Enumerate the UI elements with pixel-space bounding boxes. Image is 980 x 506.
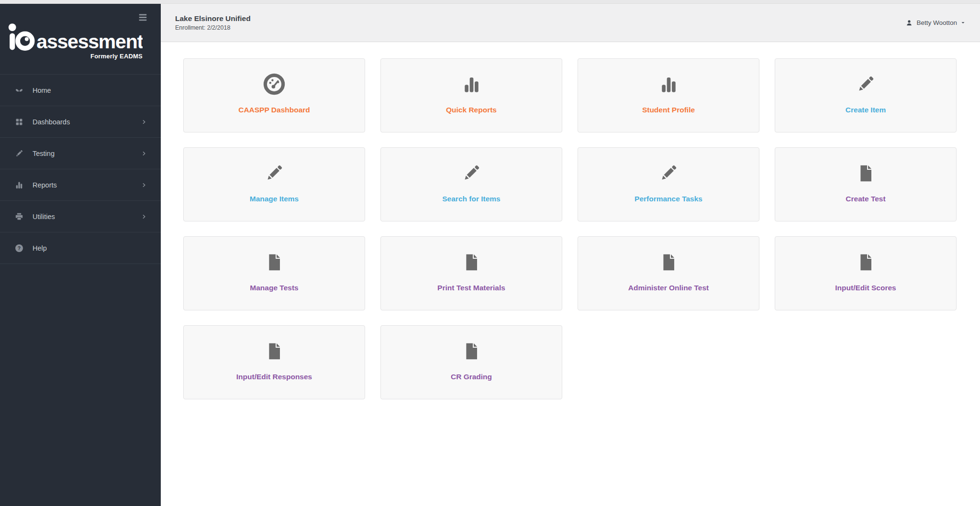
sidebar-item-label: Reports — [33, 181, 57, 189]
page-header: Lake Elsinore Unified Enrollment: 2/2/20… — [161, 4, 980, 42]
document-icon — [856, 161, 876, 185]
bar-chart-icon — [461, 72, 482, 96]
document-icon — [264, 250, 285, 274]
chevron-right-icon — [141, 119, 147, 125]
tiles-grid: CAASPP DashboardQuick ReportsStudent Pro… — [183, 58, 980, 399]
document-icon — [856, 250, 876, 274]
pencil-icon — [13, 149, 25, 158]
chevron-right-icon — [141, 182, 147, 188]
tile-label: Manage Items — [250, 195, 299, 203]
sidebar-item-home[interactable]: Home — [0, 74, 161, 106]
tile-manage-tests[interactable]: Manage Tests — [183, 236, 365, 310]
sidebar-item-dashboards[interactable]: Dashboards — [0, 106, 161, 137]
main-area: Lake Elsinore Unified Enrollment: 2/2/20… — [161, 4, 980, 506]
sidebar-item-label: Testing — [33, 150, 55, 157]
document-icon — [461, 339, 482, 363]
butterfly-icon — [13, 86, 25, 95]
bar-chart-icon — [13, 180, 25, 190]
grid-icon — [13, 117, 25, 127]
sidebar-item-label: Home — [33, 87, 51, 94]
tile-quick-reports[interactable]: Quick Reports — [380, 58, 562, 132]
tile-label: Student Profile — [642, 106, 695, 114]
tile-performance-tasks[interactable]: Performance Tasks — [578, 147, 759, 221]
sidebar-nav: HomeDashboardsTestingReportsUtilities?He… — [0, 74, 161, 264]
tile-search-for-items[interactable]: Search for Items — [380, 147, 562, 221]
tile-label: Manage Tests — [250, 284, 298, 292]
tile-cr-grading[interactable]: CR Grading — [380, 325, 562, 399]
sidebar-item-utilities[interactable]: Utilities — [0, 200, 161, 232]
tile-label: Search for Items — [442, 195, 500, 203]
tile-label: CR Grading — [451, 373, 492, 381]
printer-icon — [13, 212, 25, 221]
tile-label: CAASPP Dashboard — [238, 106, 310, 114]
tile-label: Performance Tasks — [635, 195, 702, 203]
app-window: assessment Formerly EADMS HomeDashboards… — [0, 4, 980, 506]
district-name: Lake Elsinore Unified — [175, 14, 251, 23]
tile-create-test[interactable]: Create Test — [775, 147, 957, 221]
pencil-icon — [657, 161, 679, 185]
user-name: Betty Wootton — [916, 19, 957, 26]
document-icon — [461, 250, 482, 274]
tile-create-item[interactable]: Create Item — [775, 58, 957, 132]
person-icon — [905, 19, 913, 27]
gauge-icon — [263, 72, 286, 96]
pencil-icon — [460, 161, 482, 185]
tile-administer-online-test[interactable]: Administer Online Test — [578, 236, 759, 310]
sidebar-item-label: Help — [33, 244, 47, 252]
tile-student-profile[interactable]: Student Profile — [578, 58, 759, 132]
chevron-right-icon — [141, 213, 147, 220]
logo-tagline: Formerly EADMS — [8, 53, 143, 60]
document-icon — [264, 339, 285, 363]
io-logo-mark: assessment — [8, 22, 143, 52]
chevron-right-icon — [141, 150, 147, 157]
logo-text: assessment — [36, 31, 143, 52]
sidebar-item-help[interactable]: ?Help — [0, 232, 161, 264]
sidebar-item-testing[interactable]: Testing — [0, 137, 161, 169]
tile-label: Input/Edit Scores — [835, 284, 896, 292]
content-area: CAASPP DashboardQuick ReportsStudent Pro… — [161, 42, 980, 506]
sidebar-item-label: Utilities — [33, 213, 55, 220]
hamburger-menu-icon[interactable] — [138, 13, 147, 22]
document-icon — [658, 250, 679, 274]
bar-chart-icon — [658, 72, 679, 96]
user-menu[interactable]: Betty Wootton — [905, 19, 966, 27]
tile-label: Create Test — [846, 195, 885, 203]
tile-label: Input/Edit Responses — [236, 373, 312, 381]
enrollment-label: Enrollment: 2/2/2018 — [175, 24, 251, 31]
tile-caaspp-dashboard[interactable]: CAASPP Dashboard — [183, 58, 365, 132]
caret-down-icon — [960, 20, 966, 25]
tile-print-test-materials[interactable]: Print Test Materials — [380, 236, 562, 310]
tile-input-edit-responses[interactable]: Input/Edit Responses — [183, 325, 365, 399]
tile-label: Create Item — [846, 106, 886, 114]
tile-label: Print Test Materials — [437, 284, 505, 292]
sidebar-item-reports[interactable]: Reports — [0, 169, 161, 200]
question-icon: ? — [13, 243, 25, 253]
tile-label: Administer Online Test — [628, 284, 709, 292]
sidebar: assessment Formerly EADMS HomeDashboards… — [0, 4, 161, 506]
app-logo: assessment Formerly EADMS — [0, 4, 144, 60]
tile-label: Quick Reports — [446, 106, 497, 114]
pencil-icon — [855, 72, 877, 96]
pencil-icon — [263, 161, 285, 185]
sidebar-item-label: Dashboards — [33, 118, 70, 126]
tile-manage-items[interactable]: Manage Items — [183, 147, 365, 221]
district-info: Lake Elsinore Unified Enrollment: 2/2/20… — [175, 14, 251, 31]
top-strip — [0, 0, 980, 4]
tile-input-edit-scores[interactable]: Input/Edit Scores — [775, 236, 957, 310]
svg-text:?: ? — [18, 245, 21, 251]
